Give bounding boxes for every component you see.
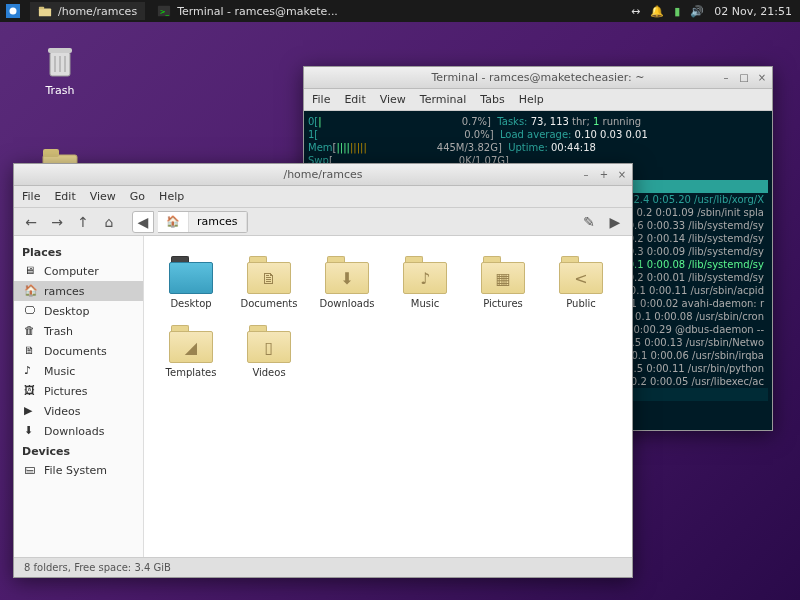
folder-label: Videos [234, 367, 304, 378]
filemgr-titlebar[interactable]: /home/ramces – + × [14, 164, 632, 186]
menu-view[interactable]: View [380, 93, 406, 106]
menu-edit[interactable]: Edit [344, 93, 365, 106]
menu-terminal[interactable]: Terminal [420, 93, 467, 106]
folder-item[interactable]: <Public [546, 254, 616, 309]
back-button[interactable]: ← [20, 211, 42, 233]
folder-icon: ⬇ [323, 254, 371, 294]
folder-item[interactable]: ▯Videos [234, 323, 304, 378]
up-button[interactable]: ↑ [72, 211, 94, 233]
terminal-icon: >_ [157, 4, 171, 18]
folder-icon: ♪ [401, 254, 449, 294]
network-icon[interactable]: ↔ [631, 5, 640, 18]
menu-go[interactable]: Go [130, 190, 145, 203]
maximize-button[interactable]: + [598, 169, 610, 181]
download-icon: ⬇ [24, 424, 38, 438]
sidebar-item-label: Videos [44, 405, 81, 418]
trash-label: Trash [40, 84, 80, 97]
sidebar-item-label: Desktop [44, 305, 89, 318]
computer-icon: 🖥 [24, 264, 38, 278]
sidebar-item[interactable]: 🗑Trash [14, 321, 143, 341]
folder-icon: ▦ [479, 254, 527, 294]
svg-point-1 [10, 8, 17, 15]
devices-header: Devices [14, 441, 143, 460]
folder-item[interactable]: ▦Pictures [468, 254, 538, 309]
taskbar-item-terminal[interactable]: >_ Terminal - ramces@makete... [149, 2, 346, 20]
sidebar-item-label: Downloads [44, 425, 104, 438]
home-icon: 🏠 [24, 284, 38, 298]
menu-file[interactable]: File [312, 93, 330, 106]
terminal-titlebar[interactable]: Terminal - ramces@maketecheasier: ~ – □ … [304, 67, 772, 89]
folder-item[interactable]: 🗎Documents [234, 254, 304, 309]
svg-rect-3 [39, 7, 44, 10]
path-home[interactable]: 🏠 [158, 212, 189, 232]
filemgr-window: /home/ramces – + × File Edit View Go Hel… [13, 163, 633, 578]
sidebar-item[interactable]: ⬇Downloads [14, 421, 143, 441]
sidebar-item-label: ramces [44, 285, 85, 298]
folder-item[interactable]: Desktop [156, 254, 226, 309]
folder-label: Templates [156, 367, 226, 378]
next-button[interactable]: ▶ [604, 211, 626, 233]
svg-rect-7 [48, 48, 72, 53]
menu-file[interactable]: File [22, 190, 40, 203]
folder-item[interactable]: ⬇Downloads [312, 254, 382, 309]
taskbar-label: Terminal - ramces@makete... [177, 5, 338, 18]
sidebar-item[interactable]: 🖼Pictures [14, 381, 143, 401]
menu-tabs[interactable]: Tabs [480, 93, 504, 106]
svg-rect-12 [43, 149, 59, 157]
taskbar-item-filemgr[interactable]: /home/ramces [30, 2, 145, 20]
filemgr-toolbar: ← → ↑ ⌂ ◀ 🏠 ramces ✎ ▶ [14, 208, 632, 236]
menu-help[interactable]: Help [519, 93, 544, 106]
status-text: 8 folders, Free space: 3.4 GiB [24, 562, 171, 573]
folder-icon: ◢ [167, 323, 215, 363]
close-button[interactable]: × [756, 72, 768, 84]
maximize-button[interactable]: □ [738, 72, 750, 84]
sidebar-item[interactable]: 🖵Desktop [14, 301, 143, 321]
sidebar-item[interactable]: 🏠ramces [14, 281, 143, 301]
sidebar-item[interactable]: 🖴File System [14, 460, 143, 480]
menu-edit[interactable]: Edit [54, 190, 75, 203]
path-current[interactable]: ramces [189, 212, 247, 232]
folder-label: Music [390, 298, 460, 309]
svg-text:>_: >_ [160, 8, 170, 16]
edit-path-button[interactable]: ✎ [578, 211, 600, 233]
sidebar-item-label: Pictures [44, 385, 88, 398]
battery-icon[interactable]: ▮ [674, 5, 680, 18]
desktop-trash[interactable]: Trash [40, 40, 80, 97]
panel-taskbar: /home/ramces >_ Terminal - ramces@makete… [0, 2, 346, 20]
taskbar-label: /home/ramces [58, 5, 137, 18]
panel-tray: ↔ 🔔 ▮ 🔊 02 Nov, 21:51 [631, 5, 800, 18]
terminal-menubar: File Edit View Terminal Tabs Help [304, 89, 772, 111]
close-button[interactable]: × [616, 169, 628, 181]
volume-icon[interactable]: 🔊 [690, 5, 704, 18]
menu-view[interactable]: View [90, 190, 116, 203]
forward-button[interactable]: → [46, 211, 68, 233]
folder-label: Downloads [312, 298, 382, 309]
sidebar-item[interactable]: 🗎Documents [14, 341, 143, 361]
sidebar-item[interactable]: ▶Videos [14, 401, 143, 421]
folder-item[interactable]: ♪Music [390, 254, 460, 309]
desktop-icon: 🖵 [24, 304, 38, 318]
folder-icon [167, 254, 215, 294]
folder-icon [38, 4, 52, 18]
folder-item[interactable]: ◢Templates [156, 323, 226, 378]
menu-help[interactable]: Help [159, 190, 184, 203]
minimize-button[interactable]: – [580, 169, 592, 181]
sidebar-item[interactable]: 🖥Computer [14, 261, 143, 281]
sidebar-item[interactable]: ♪Music [14, 361, 143, 381]
clock[interactable]: 02 Nov, 21:51 [714, 5, 792, 18]
folder-label: Documents [234, 298, 304, 309]
path-bar[interactable]: 🏠 ramces [158, 211, 248, 233]
drive-icon: 🖴 [24, 463, 38, 477]
path-back-button[interactable]: ◀ [132, 211, 154, 233]
folder-label: Desktop [156, 298, 226, 309]
svg-rect-2 [39, 8, 51, 16]
notification-icon[interactable]: 🔔 [650, 5, 664, 18]
start-menu-icon[interactable] [6, 4, 20, 18]
home-button[interactable]: ⌂ [98, 211, 120, 233]
video-icon: ▶ [24, 404, 38, 418]
folder-icon: ▯ [245, 323, 293, 363]
minimize-button[interactable]: – [720, 72, 732, 84]
picture-icon: 🖼 [24, 384, 38, 398]
filemgr-icongrid[interactable]: Desktop🗎Documents⬇Downloads♪Music▦Pictur… [144, 236, 632, 557]
filemgr-sidebar: Places 🖥Computer🏠ramces🖵Desktop🗑Trash🗎Do… [14, 236, 144, 557]
